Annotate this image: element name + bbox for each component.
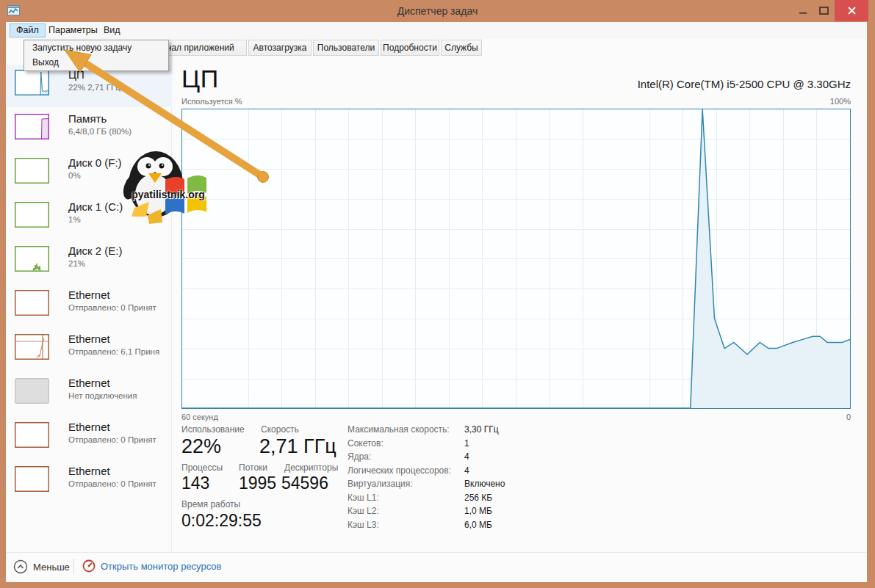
disk1-mini-chart [15, 202, 49, 228]
chart-x-left-label: 60 секунд [181, 413, 218, 421]
detail-value: 3,30 ГГц [464, 424, 499, 435]
detail-label: Виртуализация: [348, 479, 413, 489]
footer-bar: Меньше Открыть монитор ресурсов [6, 552, 867, 582]
cpu-mini-chart [15, 70, 49, 95]
threads-value: 1995 [239, 473, 276, 493]
ethernet1-mini-chart [15, 290, 49, 316]
detail-value: 4 [464, 451, 469, 462]
sidebar-item-disk1[interactable]: Диск 1 (C:) 1% [6, 197, 172, 239]
detail-label: Кэш L3: [348, 520, 379, 530]
memory-mini-chart [15, 114, 49, 139]
uptime-label: Время работы [181, 499, 240, 509]
menu-options[interactable]: Параметры [43, 23, 104, 37]
open-resource-monitor-label: Открыть монитор ресурсов [101, 561, 221, 572]
cpu-usage-chart [181, 109, 851, 409]
client-area: Файл Параметры Вид Журнал приложений Авт… [6, 22, 867, 582]
maximize-button[interactable] [814, 0, 833, 21]
detail-value: 1,0 МБ [464, 506, 492, 516]
page-title: ЦП [181, 65, 219, 93]
chart-x-right-label: 0 [846, 413, 851, 421]
cpu-model-name: Intel(R) Core(TM) i5-2500 CPU @ 3.30GHz [638, 78, 851, 90]
detail-value: 256 КБ [464, 493, 492, 503]
sidebar-item-disk2[interactable]: Диск 2 (E:) 21% [6, 241, 172, 283]
tab-details[interactable]: Подробности [381, 40, 439, 56]
speed-label: Скорость [261, 424, 299, 435]
menubar: Файл Параметры Вид [6, 22, 867, 39]
sidebar-item-memory[interactable]: Память 6,4/8,0 ГБ (80%) [6, 109, 172, 151]
detail-label: Кэш L2: [348, 506, 379, 516]
menu-file[interactable]: Файл [10, 23, 46, 37]
handles-label: Дескрипторы [284, 462, 338, 473]
disk2-mini-chart [15, 246, 49, 272]
ethernet5-mini-chart [15, 466, 49, 492]
usage-label: Использование [181, 424, 245, 435]
ethernet4-mini-chart [15, 422, 49, 448]
window-title: Диспетчер задач [0, 5, 875, 17]
close-button[interactable] [835, 0, 868, 21]
footer-divider [73, 559, 74, 575]
tab-startup[interactable]: Автозагрузка [248, 40, 312, 56]
menu-item-run-new-task[interactable]: Запустить новую задачу [24, 40, 168, 55]
sidebar-item-ethernet-1[interactable]: Ethernet Отправлено: 0 Принят [6, 285, 172, 327]
chevron-up-circle-icon [13, 559, 28, 574]
performance-sidebar: ЦП 22% 2,71 ГГц Память 6,4/8,0 ГБ (80%) … [6, 57, 172, 552]
sidebar-item-ethernet-5[interactable]: Ethernet Отправлено: 0 Принят [6, 461, 172, 504]
chart-y-max-label: 100% [830, 97, 851, 106]
chart-y-axis-label: Используется % [181, 97, 242, 106]
detail-value: Включено [464, 479, 505, 489]
detail-label: Логических процессоров: [348, 465, 451, 476]
cpu-chart-area [182, 109, 850, 408]
detail-label: Максимальная скорость: [348, 424, 450, 435]
detail-label: Кэш L1: [348, 493, 379, 503]
minimize-icon [799, 7, 807, 15]
detail-label: Ядра: [348, 451, 371, 462]
fewer-details-button[interactable]: Меньше [13, 559, 70, 574]
threads-label: Потоки [239, 462, 267, 473]
usage-value: 22% [181, 435, 221, 458]
detail-value: 6,0 МБ [464, 520, 492, 530]
fewer-details-label: Меньше [33, 562, 70, 573]
minimize-button[interactable] [793, 0, 813, 21]
processes-value: 143 [181, 473, 209, 493]
file-menu-dropdown: Запустить новую задачу Выход [24, 40, 169, 71]
menu-view[interactable]: Вид [98, 23, 126, 37]
maximize-icon [819, 7, 829, 15]
sidebar-item-ethernet-2[interactable]: Ethernet Отправлено: 6,1 Приня [6, 329, 172, 371]
sidebar-item-ethernet-4[interactable]: Ethernet Отправлено: 0 Принят [6, 417, 172, 460]
processes-label: Процессы [181, 462, 223, 473]
task-manager-window: Диспетчер задач Файл Параметры Вид Журна… [0, 0, 875, 588]
cpu-chart-line [182, 109, 850, 408]
close-icon [847, 6, 857, 15]
open-resource-monitor-link[interactable]: Открыть монитор ресурсов [82, 559, 221, 573]
tab-services[interactable]: Службы [441, 40, 482, 56]
titlebar: Диспетчер задач [0, 0, 875, 22]
sidebar-item-ethernet-3[interactable]: Ethernet Нет подключения [6, 373, 172, 415]
detail-label: Сокетов: [348, 438, 384, 449]
uptime-value: 0:02:29:55 [181, 511, 262, 531]
sidebar-item-disk0[interactable]: Диск 0 (F:) 0% [6, 153, 172, 195]
speed-value: 2,71 ГГц [259, 435, 336, 458]
ethernet3-mini-chart [15, 378, 49, 404]
detail-value: 1 [464, 438, 469, 449]
ethernet2-mini-chart [15, 334, 49, 360]
disk0-mini-chart [15, 158, 49, 184]
detail-value: 4 [464, 465, 469, 476]
menu-item-exit[interactable]: Выход [24, 55, 168, 70]
tab-users[interactable]: Пользователи [313, 40, 379, 56]
resource-monitor-gauge-icon [82, 559, 96, 573]
handles-value: 54596 [281, 473, 328, 493]
